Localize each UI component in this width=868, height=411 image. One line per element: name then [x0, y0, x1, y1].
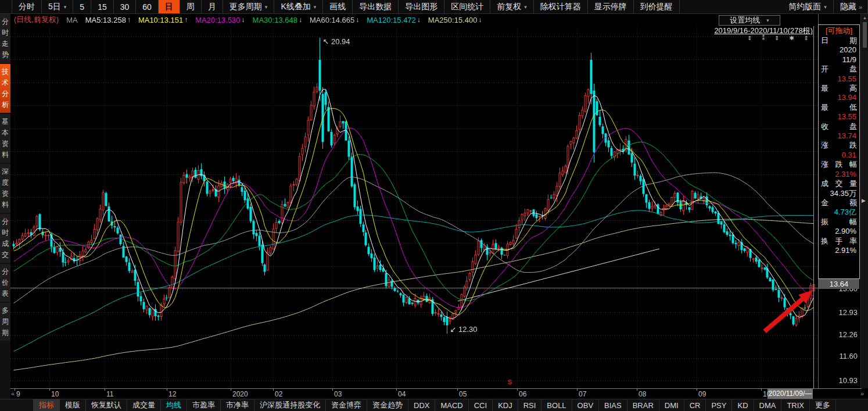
- panel-label: 最 低: [821, 103, 857, 112]
- kline-chart-canvas[interactable]: [10, 26, 818, 388]
- axis-tick: [49, 388, 50, 391]
- toolbar-item-5[interactable]: 市盈率: [187, 399, 221, 411]
- menu-item-0[interactable]: 分时: [12, 0, 42, 13]
- menu-item-label: 导出图形: [405, 2, 437, 12]
- panel-value: 13.55: [821, 112, 857, 121]
- menu-item-label: 除权计算器: [540, 2, 581, 12]
- right-scrollbar[interactable]: ▴ ▶: [860, 14, 868, 399]
- toolbar-item-4[interactable]: 均线: [161, 399, 187, 411]
- menu-left-group: 分时5日▾5153060日周月更多周期▾K线叠加▾画线导出数据导出图形区间统计前…: [0, 0, 680, 13]
- menu-item-18[interactable]: 到价提醒: [634, 0, 680, 13]
- menu-item-17[interactable]: 显示停牌: [588, 0, 634, 13]
- time-tick-label: 12: [168, 390, 176, 398]
- toolbar-item-0[interactable]: 指标: [34, 399, 60, 411]
- axis-tick: [167, 388, 167, 391]
- sidebar-tab-2[interactable]: 基本资料: [0, 114, 10, 163]
- toolbar-item-10[interactable]: DDX: [408, 399, 435, 411]
- menu-item-8[interactable]: 月: [202, 0, 223, 13]
- toolbar-item-8[interactable]: 资金博弈: [326, 399, 367, 411]
- panel-value: 2.31%: [821, 170, 857, 179]
- menu-item-4[interactable]: 30: [114, 0, 137, 13]
- menu-item-14[interactable]: 区间统计: [444, 0, 490, 13]
- sidebar-tab-3[interactable]: 深度资料: [0, 164, 10, 213]
- toolbar-item-15[interactable]: BOLL: [541, 399, 572, 411]
- ma-values: MA5:13.258↑MA10:13.151↑MA20:13.530↓MA30:…: [85, 16, 482, 24]
- menu-item-10[interactable]: K线叠加▾: [274, 0, 323, 13]
- trend-arrow-icon: ↓: [478, 16, 482, 24]
- toolbar-item-13[interactable]: KDJ: [493, 399, 518, 411]
- event-marker-icons: ⇕ ⁑ ⇕ ✱ ⇕: [747, 35, 813, 41]
- toolbar-item-18[interactable]: BRAR: [627, 399, 659, 411]
- left-sidebar: 分时走势技术分析基本资料深度资料分时成交分价表多周期: [0, 14, 10, 399]
- price-tick-label: 13.60: [819, 284, 859, 293]
- axis-tick: [15, 388, 15, 391]
- panel-row-5: 涨 跌0.31: [819, 141, 859, 160]
- sidebar-tab-1[interactable]: 技术分析: [0, 64, 10, 113]
- toolbar-item-19[interactable]: DMI: [659, 399, 684, 411]
- ma-value-5: MA120:15.472↓: [367, 16, 421, 24]
- toolbar-item-6[interactable]: 市净率: [221, 399, 254, 411]
- sidebar-tab-0[interactable]: 分时走势: [0, 14, 10, 63]
- menu-item-label: 分时: [19, 2, 35, 12]
- toolbar-item-9[interactable]: 资金趋势: [367, 399, 408, 411]
- menu-item-9[interactable]: 更多周期▾: [223, 0, 275, 13]
- menu-item-13[interactable]: 导出图形: [399, 0, 444, 13]
- sidebar-tab-4[interactable]: 分时成交: [0, 214, 10, 263]
- menu-right-item-1[interactable]: 隐藏»: [834, 0, 868, 13]
- indicator-toolbar: 指标模版恢复默认成交量均线市盈率市净率沪深股通持股变化资金博弈资金趋势DDXMA…: [0, 399, 868, 411]
- scroll-up-icon[interactable]: ▴: [861, 15, 868, 20]
- menu-item-label: 5: [80, 2, 84, 12]
- toolbar-item-11[interactable]: MACD: [435, 399, 468, 411]
- panel-expand-icon[interactable]: ▶: [862, 198, 866, 203]
- panel-value: 13.55: [821, 74, 857, 84]
- ma-value-2: MA20:13.530↓: [195, 16, 245, 24]
- panel-value: 13.94: [821, 93, 857, 102]
- menu-item-label: 周: [186, 2, 195, 12]
- toolbar-item-17[interactable]: BIAS: [599, 399, 627, 411]
- scroll-left-button[interactable]: «: [11, 390, 15, 397]
- menu-item-3[interactable]: 15: [91, 0, 114, 13]
- panel-value: 2.91%: [821, 246, 857, 255]
- menu-item-6[interactable]: 日: [159, 0, 180, 13]
- toolbar-item-7[interactable]: 沪深股通持股变化: [254, 399, 326, 411]
- current-date-box[interactable]: 2020/11/09/—: [767, 389, 813, 399]
- ma-settings-button[interactable]: 设置均线 ▾: [719, 15, 780, 26]
- toolbar-item-1[interactable]: 模版: [60, 399, 86, 411]
- toolbar-item-12[interactable]: CCI: [469, 399, 493, 411]
- menu-item-label: K线叠加: [281, 2, 310, 12]
- toolbar-item-24[interactable]: TRIX: [781, 399, 810, 411]
- menu-item-11[interactable]: 画线: [323, 0, 353, 13]
- toolbar-item-2[interactable]: 恢复默认: [86, 399, 127, 411]
- panel-drag-handle[interactable]: [可拖动]: [819, 25, 859, 36]
- menu-item-label: 60: [142, 2, 152, 12]
- toolbar-item-25[interactable]: 更多: [810, 399, 836, 411]
- ohlc-info-panel[interactable]: [可拖动] 日 期202011/9开 盘13.55最 高13.94最 低13.5…: [818, 24, 860, 279]
- toolbar-item-21[interactable]: PSY: [706, 399, 732, 411]
- toolbar-item-23[interactable]: DMA: [754, 399, 782, 411]
- time-tick-label: 09: [698, 390, 706, 398]
- scrollbar-thumb[interactable]: [863, 22, 867, 48]
- toolbar-item-3[interactable]: 成交量: [127, 399, 161, 411]
- ex-dividend-marker[interactable]: S: [508, 378, 512, 385]
- toolbar-item-14[interactable]: RSI: [518, 399, 542, 411]
- menu-item-1[interactable]: 5日▾: [42, 0, 73, 13]
- axis-tick: [273, 388, 274, 391]
- menu-item-16[interactable]: 除权计算器: [534, 0, 588, 13]
- ma-value-text: MA120:15.472: [367, 16, 416, 24]
- menu-item-7[interactable]: 周: [180, 0, 202, 13]
- toolbar-item-20[interactable]: CR: [684, 399, 706, 411]
- scroll-right-button[interactable]: »: [860, 390, 864, 397]
- sidebar-tab-5[interactable]: 分价表: [0, 264, 10, 302]
- panel-value: 4.73亿: [821, 208, 857, 217]
- toolbar-item-22[interactable]: KD: [732, 399, 754, 411]
- menu-item-5[interactable]: 60: [136, 0, 159, 13]
- menu-right-item-0[interactable]: 简约版面▾: [782, 0, 834, 13]
- menu-item-12[interactable]: 导出数据: [353, 0, 399, 13]
- toolbar-spacer: [0, 399, 34, 411]
- menu-item-label: 显示停牌: [594, 2, 627, 12]
- chevron-down-icon: ▾: [766, 17, 769, 23]
- menu-item-2[interactable]: 5: [73, 0, 91, 13]
- sidebar-tab-6[interactable]: 多周期: [0, 303, 10, 341]
- menu-item-15[interactable]: 前复权▾: [490, 0, 534, 13]
- toolbar-item-16[interactable]: OBV: [572, 399, 599, 411]
